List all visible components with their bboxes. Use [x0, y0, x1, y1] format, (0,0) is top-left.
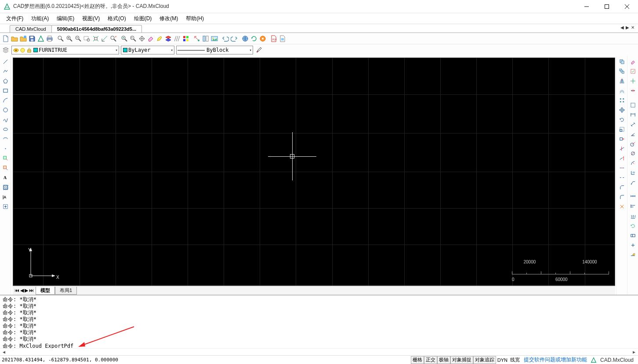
explode-button[interactable]	[618, 202, 626, 211]
zoom-realtime-button[interactable]	[109, 34, 117, 43]
hatch-tool-button[interactable]	[1, 183, 10, 191]
break-point-button[interactable]	[618, 164, 626, 172]
logo-button[interactable]	[36, 34, 45, 43]
spline-button[interactable]	[1, 115, 10, 124]
stretch-button[interactable]	[618, 135, 626, 143]
doc-tab-inactive[interactable]: CAD.MxCloud	[10, 25, 52, 32]
settings-button[interactable]	[258, 34, 267, 43]
minimize-button[interactable]	[576, 0, 597, 13]
dim-linear-button[interactable]	[629, 111, 637, 119]
layer-manager-button[interactable]	[1, 46, 10, 54]
arc-button[interactable]	[1, 96, 10, 105]
layout-tab-model[interactable]: 模型	[36, 287, 55, 295]
drawing-canvas[interactable]: YX 20000 140000	[13, 58, 615, 286]
dim-arc-button[interactable]	[629, 159, 637, 167]
open-cloud-button[interactable]	[19, 34, 27, 43]
dim-diameter-button[interactable]	[629, 149, 637, 158]
image-button[interactable]	[210, 34, 218, 43]
select-all-button[interactable]	[629, 67, 637, 76]
undo-button[interactable]	[221, 34, 229, 43]
dim-continue-button[interactable]	[629, 193, 637, 201]
status-toggle-polar[interactable]: 极轴	[437, 356, 450, 364]
dim-angular-button[interactable]	[629, 130, 637, 138]
array-button[interactable]	[618, 96, 626, 105]
refresh-button[interactable]	[250, 34, 258, 43]
web-button[interactable]	[241, 34, 249, 43]
line-button[interactable]	[1, 58, 10, 66]
regen-button[interactable]	[120, 34, 128, 43]
insert-block-button[interactable]	[1, 154, 10, 162]
scroll-right-icon[interactable]: ▶	[633, 350, 635, 354]
tab-nav-prev-icon[interactable]: ◀	[620, 25, 624, 30]
print-button[interactable]	[45, 34, 54, 43]
text-button[interactable]: A	[1, 173, 10, 182]
rotate-button[interactable]	[618, 115, 626, 124]
mirror-button[interactable]	[618, 77, 626, 85]
make-block-button[interactable]	[1, 164, 10, 172]
scale-button[interactable]	[618, 125, 626, 133]
ellipse-button[interactable]	[1, 125, 10, 133]
highlight-button[interactable]	[155, 34, 163, 43]
layers-button[interactable]	[164, 34, 172, 43]
zoom-window-button[interactable]	[83, 34, 91, 43]
dim-select-button[interactable]	[629, 101, 637, 109]
paintbrush-button[interactable]	[255, 46, 263, 54]
copy-button[interactable]	[618, 58, 626, 66]
extend-button[interactable]	[618, 154, 626, 162]
offset-button[interactable]	[618, 86, 626, 95]
lengthen-button[interactable]	[629, 86, 637, 95]
region-button[interactable]	[1, 202, 10, 211]
zoom-out-button[interactable]	[74, 34, 82, 43]
center-mark-button[interactable]	[629, 241, 637, 249]
point-button[interactable]	[1, 144, 10, 153]
zoom-button[interactable]	[56, 34, 65, 43]
new-file-button[interactable]	[1, 34, 10, 43]
layout-tab-layout1[interactable]: 布局1	[55, 287, 77, 295]
feedback-link[interactable]: 提交软件问题或增加新功能	[521, 356, 590, 364]
trim-button[interactable]	[618, 144, 626, 153]
menu-function[interactable]: 功能(A)	[27, 14, 53, 24]
export-pdf-button[interactable]: PDF	[269, 34, 278, 43]
menu-file[interactable]: 文件(F)	[2, 14, 27, 24]
polygon-button[interactable]	[1, 77, 10, 85]
export-image-button[interactable]	[278, 34, 286, 43]
erase-button[interactable]	[629, 58, 637, 66]
zoom-extents-button[interactable]	[91, 34, 100, 43]
dim-leader-button[interactable]	[629, 178, 637, 187]
menu-view[interactable]: 视图(V)	[78, 14, 104, 24]
menu-modify[interactable]: 修改(M)	[156, 14, 182, 24]
layout-nav-next-icon[interactable]: ▶	[25, 288, 28, 293]
dim-ordinate-button[interactable]: xy	[629, 169, 637, 177]
layout-nav-first-icon[interactable]: ⏮	[14, 288, 19, 293]
status-toggle-otrack[interactable]: 对象追踪	[473, 356, 496, 364]
menu-format[interactable]: 格式(O)	[104, 14, 130, 24]
command-log[interactable]: 命令: *取消* 命令: *取消* 命令: *取消* 命令: *取消* 命令: …	[0, 296, 638, 348]
polyline-button[interactable]	[1, 67, 10, 76]
move-button[interactable]	[618, 106, 626, 114]
tab-nav-close-icon[interactable]: ✕	[631, 25, 634, 30]
dim-update-button[interactable]	[629, 222, 637, 230]
doc-tab-active[interactable]: 5090ab61c4564d8baf63a09223d5...	[51, 25, 142, 32]
dim-radius-button[interactable]	[629, 140, 637, 148]
menu-draw[interactable]: 绘图(D)	[130, 14, 156, 24]
save-button[interactable]	[28, 34, 36, 43]
tab-nav-next-icon[interactable]: ▶	[626, 25, 629, 30]
linetype-combo[interactable]: ByBlock ▾	[176, 46, 253, 54]
copy-multiple-button[interactable]	[618, 67, 626, 76]
eraser-button[interactable]	[146, 34, 155, 43]
status-toggle-grid[interactable]: 栅格	[411, 356, 424, 364]
pan-button[interactable]	[138, 34, 146, 43]
circle-button[interactable]	[1, 106, 10, 114]
zoom-scale-button[interactable]	[100, 34, 109, 43]
hatch-button[interactable]	[173, 34, 181, 43]
zoom-in-button[interactable]	[65, 34, 73, 43]
menu-edit[interactable]: 编辑(E)	[53, 14, 78, 24]
maximize-button[interactable]	[597, 0, 617, 13]
fillet-button[interactable]	[618, 193, 626, 201]
zoom-previous-button[interactable]	[129, 34, 137, 43]
dim-aligned-button[interactable]	[629, 120, 637, 129]
quick-select-button[interactable]	[629, 77, 637, 85]
open-file-button[interactable]	[10, 34, 18, 43]
scroll-left-icon[interactable]: ◀	[3, 350, 5, 354]
match-props-button[interactable]	[192, 34, 201, 43]
